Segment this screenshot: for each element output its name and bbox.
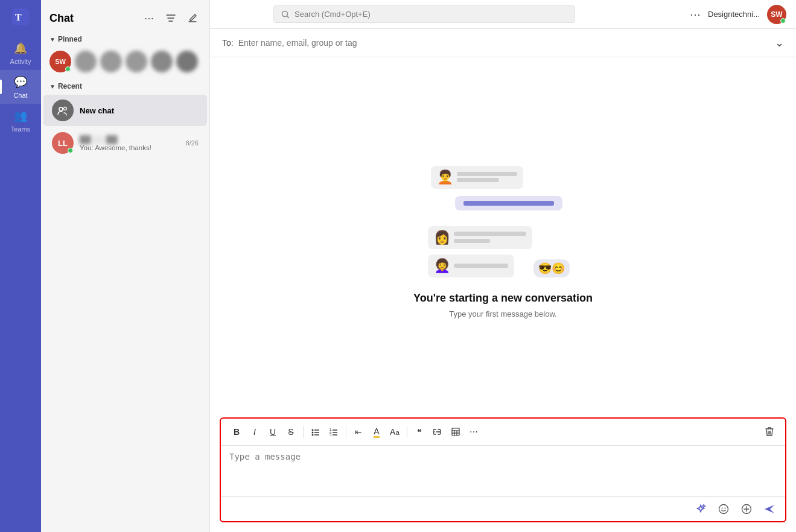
highlight-button[interactable]: A xyxy=(368,423,385,440)
message-input[interactable] xyxy=(221,446,785,494)
expand-button[interactable]: ⌄ xyxy=(775,36,784,49)
decrease-indent-button[interactable]: ⇤ xyxy=(350,423,367,440)
illustration-emoji-box: 😎😊 xyxy=(533,259,570,277)
italic-button[interactable]: I xyxy=(246,423,263,440)
pinned-avatar-4[interactable] xyxy=(126,51,147,72)
new-conversation-illustration: 🧑‍🦱 👩 👩‍🦱 xyxy=(413,157,594,277)
nav-item-teams[interactable]: 👥 Teams xyxy=(0,104,41,138)
attach-button[interactable] xyxy=(738,501,755,518)
pinned-section-label[interactable]: ▼ Pinned xyxy=(41,31,209,47)
user-name-display: Designtechni... xyxy=(708,10,760,19)
table-button[interactable] xyxy=(447,423,464,440)
emoji-button[interactable] xyxy=(715,501,732,518)
svg-point-3 xyxy=(64,107,67,110)
svg-point-5 xyxy=(312,429,314,431)
svg-point-26 xyxy=(722,508,723,509)
send-button[interactable] xyxy=(761,501,778,518)
pinned-avatar-2[interactable] xyxy=(75,51,97,72)
nav-item-activity[interactable]: 🔔 Activity xyxy=(0,36,41,70)
recent-label: Recent xyxy=(58,82,82,90)
filter-button[interactable] xyxy=(162,10,179,27)
underline-button[interactable]: U xyxy=(264,423,281,440)
user-avatar[interactable]: SW xyxy=(767,5,786,24)
new-chat-avatar xyxy=(52,100,74,121)
nav-item-chat[interactable]: 💬 Chat xyxy=(0,70,41,104)
pinned-avatar-sw[interactable]: SW xyxy=(49,51,71,72)
bullet-list-button[interactable] xyxy=(307,423,324,440)
toolbar-separator-2 xyxy=(346,426,346,438)
pinned-avatar-3[interactable] xyxy=(100,51,122,72)
strikethrough-button[interactable]: S xyxy=(282,423,299,440)
bold-button[interactable]: B xyxy=(228,423,245,440)
ll-chat-info: ██ ░░ ██ You: Awesome, thanks! xyxy=(80,135,180,151)
numbered-list-button[interactable]: 1.2.3. xyxy=(325,423,342,440)
ll-chat-name: ██ ░░ ██ xyxy=(80,135,180,144)
ai-compose-button[interactable] xyxy=(692,501,709,518)
ll-chat-time: 8/26 xyxy=(186,139,199,147)
sidebar-more-button[interactable]: ⋯ xyxy=(141,10,158,27)
toolbar-separator-1 xyxy=(303,426,304,438)
conversation-subtitle: Type your first message below. xyxy=(449,309,556,318)
chat-body: 🧑‍🦱 👩 👩‍🦱 xyxy=(210,57,796,417)
link-button[interactable] xyxy=(429,423,446,440)
illustration-bubble-4: 👩‍🦱 xyxy=(428,255,514,277)
ll-online-indicator xyxy=(68,148,73,153)
conversation-title: You're starting a new conversation xyxy=(413,292,593,305)
chat-list: New chat LL ██ ░░ ██ You: Awesome, thank… xyxy=(41,94,209,159)
teams-label: Teams xyxy=(11,125,30,133)
emoji-display: 😎😊 xyxy=(538,262,565,274)
chat-sidebar: Chat ⋯ ▼ Pinned SW ▼ Recent xyxy=(41,0,210,532)
svg-text:T: T xyxy=(15,12,22,22)
search-box[interactable] xyxy=(273,5,575,23)
svg-point-7 xyxy=(312,434,314,436)
svg-point-27 xyxy=(725,508,726,509)
message-composer: B I U S 1.2.3. ⇤ A Aa ❝ xyxy=(220,417,786,522)
left-navigation: T 🔔 Activity 💬 Chat 👥 Teams xyxy=(0,0,41,532)
recent-arrow-icon: ▼ xyxy=(49,83,56,90)
pinned-arrow-icon: ▼ xyxy=(49,36,56,43)
recent-section-label[interactable]: ▼ Recent xyxy=(41,78,209,94)
more-formatting-button[interactable]: ⋯ xyxy=(465,423,482,440)
to-field: To: ⌄ xyxy=(210,29,796,57)
activity-icon: 🔔 xyxy=(13,41,28,55)
pinned-avatar-6[interactable] xyxy=(176,51,198,72)
search-input[interactable] xyxy=(295,10,567,19)
composer-toolbar: B I U S 1.2.3. ⇤ A Aa ❝ xyxy=(221,419,785,446)
font-size-button[interactable]: Aa xyxy=(386,423,403,440)
chat-item-new[interactable]: New chat xyxy=(43,95,207,126)
chat-nav-label: Chat xyxy=(13,92,27,99)
top-right-controls: ⋯ Designtechni... SW xyxy=(690,5,786,24)
activity-label: Activity xyxy=(10,58,31,65)
ll-chat-avatar: LL xyxy=(52,132,74,154)
online-indicator xyxy=(65,66,71,72)
svg-point-2 xyxy=(59,107,63,111)
svg-point-6 xyxy=(312,432,314,434)
user-initials: SW xyxy=(771,10,782,19)
to-label: To: xyxy=(222,38,234,48)
svg-point-25 xyxy=(719,505,728,514)
svg-text:3.: 3. xyxy=(330,432,332,436)
quote-button[interactable]: ❝ xyxy=(411,423,428,440)
illustration-bubble-1: 🧑‍🦱 xyxy=(431,166,523,189)
teams-icon: 👥 xyxy=(13,109,28,123)
ll-initials: LL xyxy=(58,139,68,148)
chat-item-ll[interactable]: LL ██ ░░ ██ You: Awesome, thanks! 8/26 xyxy=(43,127,207,159)
main-area: ⋯ Designtechni... SW To: ⌄ 🧑‍🦱 xyxy=(210,0,796,532)
search-icon xyxy=(281,10,290,19)
pinned-label: Pinned xyxy=(58,35,82,43)
new-chat-info: New chat xyxy=(80,106,199,115)
svg-point-4 xyxy=(282,11,288,16)
ll-chat-preview: You: Awesome, thanks! xyxy=(80,144,180,151)
svg-rect-17 xyxy=(452,428,459,435)
discard-button[interactable] xyxy=(761,423,778,440)
sidebar-title: Chat xyxy=(49,12,136,25)
new-chat-button[interactable] xyxy=(184,10,201,27)
illustration-bubble-3: 👩 xyxy=(428,226,532,249)
recipient-input[interactable] xyxy=(238,38,770,48)
top-bar: ⋯ Designtechni... SW xyxy=(210,0,796,29)
user-online-indicator xyxy=(780,18,786,24)
more-options-button[interactable]: ⋯ xyxy=(690,8,701,21)
chat-icon: 💬 xyxy=(13,75,28,89)
pinned-avatar-5[interactable] xyxy=(151,51,173,72)
toolbar-separator-3 xyxy=(407,426,407,438)
